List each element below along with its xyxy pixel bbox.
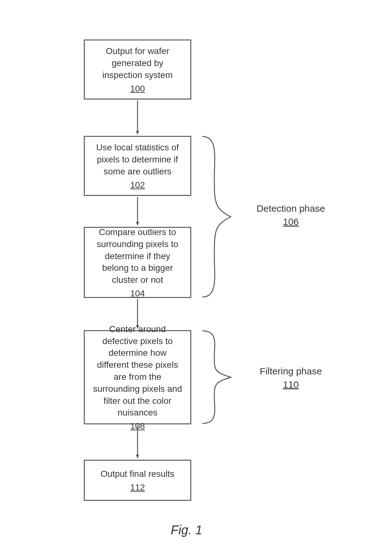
box-ref: 112 <box>130 482 145 493</box>
flow-box-112: Output final results 112 <box>84 460 191 501</box>
label-text: Filtering phase <box>250 365 332 377</box>
flow-box-100: Output for wafer generated by inspection… <box>84 39 191 100</box>
box-ref: 100 <box>130 84 145 94</box>
box-text: Output for wafer generated by inspection… <box>92 45 183 81</box>
box-text: Center around defective pixels to determ… <box>92 323 183 419</box>
box-ref: 104 <box>130 288 145 299</box>
flow-box-108: Center around defective pixels to determ… <box>84 330 191 424</box>
box-text: Output final results <box>101 468 174 480</box>
figure-caption: Fig. 1 <box>171 523 202 537</box>
phase-label-detection: Detection phase 106 <box>250 202 332 227</box>
box-ref: 102 <box>130 180 145 190</box>
flow-box-104: Compare outliers to surrounding pixels t… <box>84 227 191 298</box>
label-ref: 106 <box>250 216 332 227</box>
brace-filtering <box>202 331 231 423</box>
label-ref: 110 <box>250 379 332 390</box>
brace-detection <box>202 136 231 297</box>
phase-label-filtering: Filtering phase 110 <box>250 365 332 390</box>
box-text: Compare outliers to surrounding pixels t… <box>92 226 183 286</box>
box-text: Use local statistics of pixels to determ… <box>92 142 183 177</box>
box-ref: 108 <box>130 421 145 431</box>
label-text: Detection phase <box>250 202 332 215</box>
flow-box-102: Use local statistics of pixels to determ… <box>84 136 191 196</box>
connectors-overlay <box>0 0 392 558</box>
